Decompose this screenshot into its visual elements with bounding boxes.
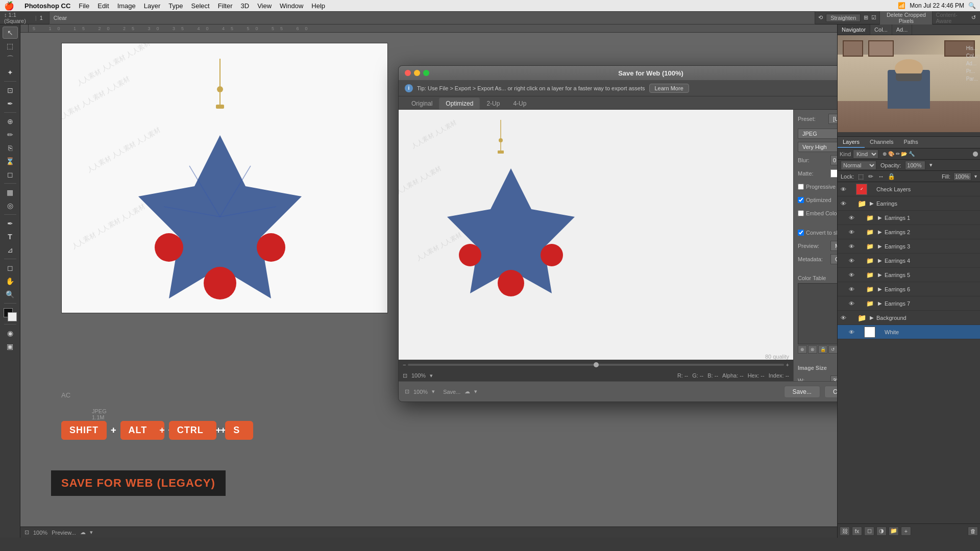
arrow-background-group[interactable]: ▶ <box>869 315 874 320</box>
embed-color-checkbox[interactable] <box>798 210 804 216</box>
layer-earrings-6[interactable]: 👁 📁 ▶ Earrings 6 <box>838 282 980 296</box>
save-button[interactable]: Save... <box>784 386 820 398</box>
straighten-button[interactable]: Straighten <box>826 14 861 22</box>
layer-earrings-5[interactable]: 👁 📁 ▶ Earrings 5 <box>838 268 980 282</box>
optimized-checkbox[interactable] <box>798 197 804 203</box>
eye-check-layers[interactable]: 👁 <box>840 186 847 193</box>
menu-file[interactable]: File <box>79 2 89 10</box>
lasso-tool[interactable]: ⌒ <box>3 53 18 65</box>
heal-tool[interactable]: ⊕ <box>3 115 18 128</box>
zoom-arrow[interactable]: ▾ <box>430 372 433 379</box>
eye-earrings-1[interactable]: 👁 <box>848 214 855 221</box>
blend-mode-select[interactable]: Normal <box>841 161 876 170</box>
layer-white[interactable]: 👁 White <box>838 325 980 339</box>
arrow-earrings-4[interactable]: ▶ <box>877 258 883 263</box>
eye-earrings-7[interactable]: 👁 <box>848 300 855 307</box>
ct-btn-4[interactable]: ↺ <box>828 345 837 354</box>
layer-mask-btn[interactable]: ◻ <box>864 527 874 536</box>
wand-tool[interactable]: ✦ <box>3 66 18 79</box>
lock-transparent-icon[interactable]: ⬚ <box>857 173 864 180</box>
tab-navigator[interactable]: Navigator <box>838 24 870 35</box>
zoom-handle[interactable] <box>594 362 599 367</box>
layer-earrings-4[interactable]: 👁 📁 ▶ Earrings 4 <box>838 254 980 268</box>
eyedropper-tool[interactable]: ✒ <box>3 97 18 110</box>
menu-view[interactable]: View <box>257 2 272 10</box>
nav-his-tab[interactable]: His... <box>966 45 978 51</box>
eye-earrings-2[interactable]: 👁 <box>848 229 855 236</box>
arrow-earrings-7[interactable]: ▶ <box>877 300 883 306</box>
history-brush[interactable]: ⌛ <box>3 155 18 167</box>
learn-more-button[interactable]: Learn More <box>649 84 689 93</box>
menu-image[interactable]: Image <box>117 2 136 10</box>
eye-earrings-4[interactable]: 👁 <box>848 257 855 264</box>
maximize-button[interactable] <box>423 70 429 76</box>
opacity-arrow[interactable]: ▾ <box>929 162 933 168</box>
eye-earrings-6[interactable]: 👁 <box>848 286 855 293</box>
layer-delete-btn[interactable]: 🗑 <box>968 527 978 536</box>
width-input[interactable]: 3304 <box>830 375 837 381</box>
lock-paint-icon[interactable]: ✏ <box>867 173 874 180</box>
dialog-preview-area[interactable]: 人人素材 人人素材 人人素材 人人素材 人人素材 人人素材 80 quality… <box>399 110 793 381</box>
gradient-tool[interactable]: ▦ <box>3 186 18 198</box>
delete-cropped-button[interactable]: Delete Cropped Pixels <box>879 11 933 25</box>
blur-tool[interactable]: ◎ <box>3 199 18 212</box>
arrow-earrings-2[interactable]: ▶ <box>877 229 883 235</box>
nav-par-tab[interactable]: Par... <box>966 76 978 82</box>
layer-group-btn[interactable]: 📁 <box>889 527 899 536</box>
eye-background-group[interactable]: 👁 <box>840 314 847 321</box>
progressive-checkbox[interactable] <box>798 184 804 190</box>
layer-earrings-2[interactable]: 👁 📁 ▶ Earrings 2 <box>838 225 980 239</box>
menu-edit[interactable]: Edit <box>97 2 109 10</box>
minimize-button[interactable] <box>414 70 420 76</box>
move-tool[interactable]: ↖ <box>3 27 18 39</box>
metadata-select[interactable]: Copyright and Contact Info <box>830 254 837 264</box>
pen-tool[interactable]: ✒ <box>3 217 18 230</box>
preview-arrow[interactable]: ▾ <box>90 529 93 536</box>
lock-artboard-icon[interactable]: ↔ <box>877 173 885 180</box>
blur-input[interactable]: 0 <box>830 155 837 165</box>
arrow-earrings-1[interactable]: ▶ <box>877 215 883 220</box>
cancel-button[interactable]: Cancel <box>824 386 837 398</box>
menu-layer[interactable]: Layer <box>144 2 161 10</box>
quality-type-select[interactable]: Very High <box>798 142 837 152</box>
layer-background-group[interactable]: 👁 📁 ▶ Background <box>838 311 980 325</box>
tab-layers[interactable]: Layers <box>838 137 865 148</box>
canvas-preview-btn[interactable]: Preview... <box>52 530 76 536</box>
footer-preview-btn[interactable]: Save... <box>443 389 460 395</box>
footer-zoom-arrow[interactable]: ▾ <box>432 388 435 395</box>
close-button[interactable] <box>405 70 411 76</box>
canvas[interactable]: 人人素材 人人素材 人人素材 人人素材 人人素材 人人素材 人人素材 人人素材 … <box>61 43 388 313</box>
preview-select[interactable]: Monitor Color <box>830 241 837 251</box>
convert-srgb-checkbox[interactable] <box>798 230 804 236</box>
layer-earrings-1[interactable]: 👁 📁 ▶ Earrings 1 <box>838 211 980 225</box>
eye-earrings-5[interactable]: 👁 <box>848 271 855 279</box>
marquee-tool[interactable]: ⬚ <box>3 40 18 52</box>
menu-3d[interactable]: 3D <box>241 2 250 10</box>
menu-window[interactable]: Window <box>280 2 303 10</box>
tab-color[interactable]: Col... <box>870 24 892 35</box>
menu-select[interactable]: Select <box>191 2 209 10</box>
clone-tool[interactable]: ⎘ <box>3 142 18 154</box>
menu-photoshop[interactable]: Photoshop CC <box>24 2 70 10</box>
search-icon[interactable]: 🔍 <box>968 2 976 9</box>
tab-paths[interactable]: Paths <box>899 137 923 148</box>
zoom-out-icon[interactable]: − <box>403 362 406 368</box>
layer-earrings-7[interactable]: 👁 📁 ▶ Earrings 7 <box>838 296 980 311</box>
eraser-tool[interactable]: ◻ <box>3 168 18 181</box>
ct-btn-1[interactable]: ⊕ <box>798 345 807 354</box>
color-swatches[interactable] <box>4 308 17 321</box>
apple-icon[interactable]: 🍎 <box>4 1 14 11</box>
crop-tool[interactable]: ⊡ <box>3 84 18 96</box>
tab-adjustments[interactable]: Ad... <box>892 24 913 35</box>
path-tool[interactable]: ⊿ <box>3 244 18 256</box>
tab-2up[interactable]: 2-Up <box>480 97 506 109</box>
arrow-earrings-3[interactable]: ▶ <box>877 243 883 249</box>
kind-select[interactable]: Kind <box>853 149 878 159</box>
brush-tool[interactable]: ✏ <box>3 129 18 141</box>
layer-adjustment-btn[interactable]: ◑ <box>876 527 887 536</box>
lock-all-icon[interactable]: 🔒 <box>888 173 895 180</box>
tab-channels[interactable]: Channels <box>865 137 898 148</box>
background-color[interactable] <box>8 312 17 321</box>
shape-tool[interactable]: ◻ <box>3 262 18 274</box>
clear-button[interactable]: Clear <box>49 11 815 24</box>
